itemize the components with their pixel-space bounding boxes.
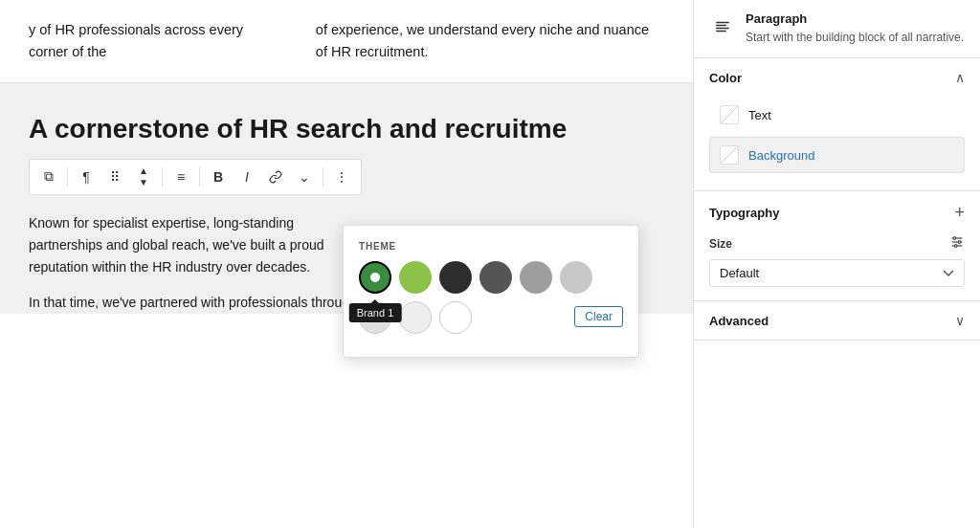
link-button[interactable] [262, 164, 289, 190]
size-label: Size [709, 237, 732, 251]
sidebar-block-desc: Start with the building block of all nar… [746, 29, 965, 46]
paragraph-block-icon [709, 13, 736, 40]
svg-point-7 [953, 237, 956, 240]
gray1-swatch[interactable] [520, 261, 552, 294]
top-col1: y of HR professionals across every corne… [29, 19, 258, 63]
size-sliders-icon [949, 234, 965, 253]
gray2-swatch[interactable] [560, 261, 592, 294]
dropdown-button[interactable]: ⌄ [291, 164, 318, 190]
background-color-option[interactable]: Background [709, 137, 965, 173]
editor-toolbar: ⧉ ¶ ⠿ ▲▼ ≡ B I ⌄ ⋮ [29, 159, 362, 195]
connect-button[interactable]: ⧉ [35, 164, 62, 190]
drag-button[interactable]: ⠿ [101, 164, 128, 190]
dark2-swatch[interactable] [479, 261, 512, 294]
background-color-label: Background [748, 148, 814, 163]
main-content: y of HR professionals across every corne… [0, 0, 693, 528]
text-color-label: Text [748, 108, 771, 122]
toolbar-divider-1 [67, 167, 68, 187]
advanced-chevron-down-icon: ∨ [955, 313, 965, 328]
typography-section-title: Typography [709, 206, 779, 220]
heading-text: A cornerstone of HR search and recruitme [29, 112, 664, 146]
brand1-swatch-wrapper: Brand 1 [359, 261, 391, 294]
bold-button[interactable]: B [205, 164, 232, 190]
more-button[interactable]: ⋮ [328, 164, 355, 190]
svg-point-9 [954, 245, 957, 248]
text-color-swatch [720, 105, 739, 124]
sidebar-block-title: Paragraph [746, 11, 965, 26]
gray-section: A cornerstone of HR search and recruitme… [0, 83, 693, 314]
sidebar-block-header: Paragraph Start with the building block … [694, 0, 980, 58]
white-swatch[interactable] [439, 301, 472, 334]
paragraph-button[interactable]: ¶ [73, 164, 100, 190]
color-row-1: Brand 1 [359, 261, 623, 294]
typography-section-body: Size Default Small Medium [694, 234, 980, 300]
brand1-tooltip: Brand 1 [349, 303, 402, 322]
size-select-wrapper: Default Small Medium Large Extra Large [709, 259, 965, 287]
advanced-section: Advanced ∨ [694, 301, 980, 341]
advanced-section-title: Advanced [709, 314, 768, 328]
toolbar-divider-4 [323, 167, 323, 187]
brand2-swatch[interactable] [399, 261, 432, 294]
toolbar-divider-3 [199, 167, 200, 187]
align-button[interactable]: ≡ [167, 164, 194, 190]
brand1-swatch[interactable] [359, 261, 391, 294]
size-select[interactable]: Default Small Medium Large Extra Large [709, 259, 965, 287]
color-section: Color ∧ Text Background [694, 58, 980, 191]
typography-section: Typography + Size [694, 191, 980, 301]
top-col2: of experience, we understand every niche… [316, 19, 664, 63]
color-chevron-up-icon: ∧ [955, 70, 965, 85]
toolbar-divider-2 [162, 167, 163, 187]
top-text-area: y of HR professionals across every corne… [0, 0, 693, 83]
italic-button[interactable]: I [234, 164, 260, 190]
background-color-swatch [720, 145, 739, 165]
svg-point-8 [958, 241, 961, 244]
color-section-header[interactable]: Color ∧ [694, 58, 980, 97]
move-button[interactable]: ▲▼ [130, 164, 157, 190]
color-section-body: Text Background [694, 97, 980, 190]
clear-button[interactable]: Clear [574, 306, 623, 327]
advanced-section-header[interactable]: Advanced ∨ [694, 301, 980, 340]
text-color-option[interactable]: Text [709, 97, 965, 133]
dark1-swatch[interactable] [439, 261, 472, 294]
typography-plus-icon: + [954, 203, 965, 223]
theme-label: THEME [359, 241, 623, 252]
light2-swatch[interactable] [399, 301, 432, 334]
sidebar: Paragraph Start with the building block … [693, 0, 980, 528]
color-section-title: Color [709, 71, 742, 85]
typography-section-header[interactable]: Typography + [694, 191, 980, 234]
sidebar-block-info: Paragraph Start with the building block … [746, 11, 965, 46]
color-picker-popup: THEME Brand 1 Clear [343, 225, 639, 358]
